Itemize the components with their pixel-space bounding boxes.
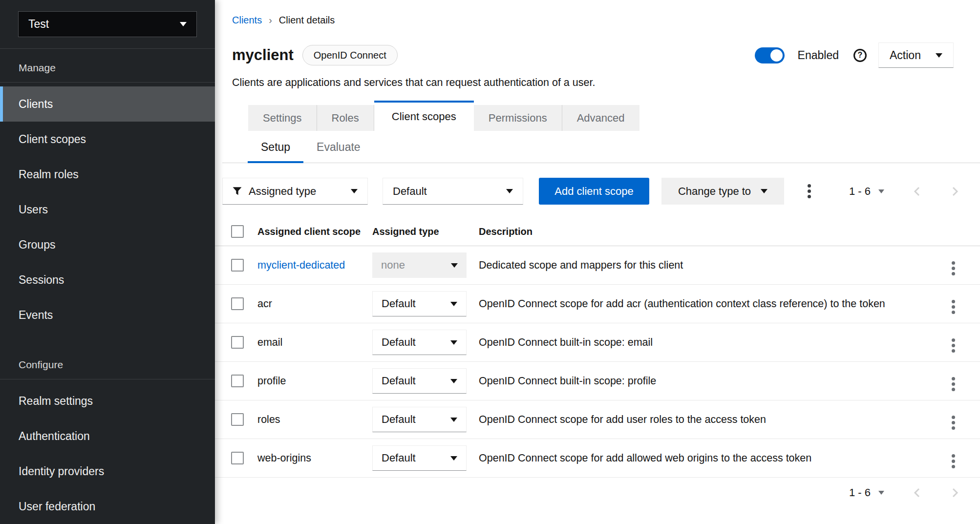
assigned-type-select[interactable]: Default (372, 291, 467, 316)
scope-name-email[interactable]: email (257, 336, 282, 348)
chevron-left-icon[interactable] (912, 186, 922, 197)
row-kebab-menu[interactable] (952, 377, 955, 391)
row-checkbox[interactable] (231, 336, 244, 349)
add-client-scope-button[interactable]: Add client scope (539, 178, 649, 205)
help-icon[interactable] (853, 49, 867, 62)
scope-name-web-origins[interactable]: web-origins (257, 452, 311, 464)
realm-selector[interactable]: Test (18, 11, 197, 37)
chevron-down-icon (936, 53, 942, 58)
nav-group-configure: Configure Realm settingsAuthenticationId… (0, 350, 215, 524)
filter-value-label: Default (393, 185, 427, 198)
chevron-down-icon (450, 340, 457, 345)
row-kebab-menu[interactable] (952, 338, 955, 353)
secondary-tabs: SetupEvaluate (222, 133, 980, 163)
chevron-down-icon (451, 263, 458, 268)
sidebar-item-realm-settings[interactable]: Realm settings (0, 383, 215, 419)
assigned-type-select[interactable]: Default (372, 445, 467, 471)
chevron-down-icon (450, 456, 457, 461)
table-row: email Default OpenID Connect built-in sc… (215, 323, 980, 362)
select-all-checkbox[interactable] (231, 225, 244, 238)
scope-name-roles[interactable]: roles (257, 414, 280, 425)
assigned-type-select[interactable]: Default (372, 330, 467, 355)
sidebar-item-clients[interactable]: Clients (0, 86, 215, 122)
enabled-toggle[interactable] (755, 47, 785, 63)
nav-group-manage: Manage ClientsClient scopesRealm rolesUs… (0, 53, 215, 333)
chevron-down-icon (450, 302, 457, 306)
change-type-to-button[interactable]: Change type to (661, 178, 784, 205)
row-kebab-menu[interactable] (952, 454, 955, 468)
tab-roles[interactable]: Roles (317, 105, 374, 131)
change-type-to-label: Change type to (678, 185, 751, 198)
enabled-label: Enabled (798, 49, 839, 62)
breadcrumb-clients-link[interactable]: Clients (232, 15, 262, 26)
chevron-right-icon[interactable] (950, 186, 960, 197)
row-checkbox[interactable] (231, 297, 244, 310)
row-kebab-menu[interactable] (952, 261, 955, 275)
sidebar-item-groups[interactable]: Groups (0, 227, 215, 262)
page-header: myclient OpenID Connect Enabled Action (232, 42, 954, 68)
row-kebab-menu[interactable] (952, 416, 955, 430)
assigned-type-select[interactable]: Default (372, 368, 467, 394)
row-checkbox[interactable] (231, 375, 244, 387)
assigned-type-select[interactable]: Default (372, 407, 467, 432)
subtab-setup[interactable]: Setup (248, 133, 303, 163)
chevron-left-icon[interactable] (912, 487, 922, 499)
sidebar-item-sessions[interactable]: Sessions (0, 262, 215, 297)
tab-client-scopes[interactable]: Client scopes (374, 101, 474, 131)
table-row: profile Default OpenID Connect built-in … (215, 362, 980, 400)
table-header-row: Assigned client scope Assigned type Desc… (215, 218, 980, 246)
chevron-down-icon (180, 22, 187, 26)
scope-description: OpenID Connect scope for add allowed web… (479, 439, 945, 478)
chevron-right-icon[interactable] (950, 487, 960, 499)
chevron-down-icon (450, 379, 457, 383)
column-header-assigned-type: Assigned type (372, 218, 479, 246)
chevron-down-icon[interactable] (878, 189, 884, 193)
client-scopes-table: Assigned client scope Assigned type Desc… (215, 218, 980, 478)
scope-description: OpenID Connect scope for add user roles … (479, 400, 945, 439)
pagination-top: 1 - 6 (849, 185, 960, 198)
sidebar-item-user-federation[interactable]: User federation (0, 489, 215, 524)
filter-icon (233, 187, 242, 196)
tab-settings[interactable]: Settings (248, 105, 317, 131)
filter-value-dropdown[interactable]: Default (383, 178, 523, 205)
row-checkbox[interactable] (231, 259, 244, 272)
action-dropdown[interactable]: Action (878, 42, 954, 68)
scope-description: OpenID Connect built-in scope: email (479, 323, 945, 362)
sidebar-item-identity-providers[interactable]: Identity providers (0, 454, 215, 489)
sidebar-item-events[interactable]: Events (0, 297, 215, 333)
row-kebab-menu[interactable] (952, 300, 955, 314)
page-title: myclient (232, 46, 294, 64)
chevron-down-icon (506, 189, 513, 193)
protocol-badge: OpenID Connect (302, 45, 398, 65)
breadcrumb-current: Client details (279, 15, 335, 26)
filter-type-dropdown[interactable]: Assigned type (222, 178, 368, 205)
pagination-bottom: 1 - 6 (215, 486, 960, 499)
pagination-range: 1 - 6 (849, 185, 871, 198)
sidebar-item-authentication[interactable]: Authentication (0, 419, 215, 454)
row-checkbox[interactable] (231, 413, 244, 426)
side-nav: Manage ClientsClient scopesRealm rolesUs… (0, 49, 215, 524)
toolbar-kebab-menu[interactable] (808, 184, 811, 198)
scope-name-profile[interactable]: profile (257, 375, 286, 387)
sidebar-item-client-scopes[interactable]: Client scopes (0, 122, 215, 157)
assigned-type-select[interactable]: none (372, 252, 467, 278)
header-controls: Enabled Action (755, 42, 954, 68)
scope-name-acr[interactable]: acr (257, 298, 272, 310)
tab-permissions[interactable]: Permissions (474, 105, 562, 131)
row-checkbox[interactable] (231, 452, 244, 464)
table-row: myclient-dedicated none Dedicated scope … (215, 246, 980, 285)
sidebar-item-users[interactable]: Users (0, 192, 215, 227)
tab-advanced[interactable]: Advanced (562, 105, 639, 131)
column-header-description: Description (479, 218, 945, 246)
nav-group-label: Configure (0, 350, 215, 379)
chevron-down-icon[interactable] (878, 491, 884, 495)
scope-description: OpenID Connect scope for add acr (authen… (479, 285, 945, 323)
title-wrap: myclient OpenID Connect (232, 45, 398, 65)
table-row: roles Default OpenID Connect scope for a… (215, 400, 980, 439)
subtab-evaluate[interactable]: Evaluate (303, 133, 374, 163)
sidebar-item-realm-roles[interactable]: Realm roles (0, 157, 215, 192)
sidebar: Test Manage ClientsClient scopesRealm ro… (0, 0, 215, 524)
scope-link-myclient-dedicated[interactable]: myclient-dedicated (257, 259, 345, 271)
realm-selector-value: Test (28, 18, 49, 31)
realm-selector-block: Test (0, 0, 215, 49)
